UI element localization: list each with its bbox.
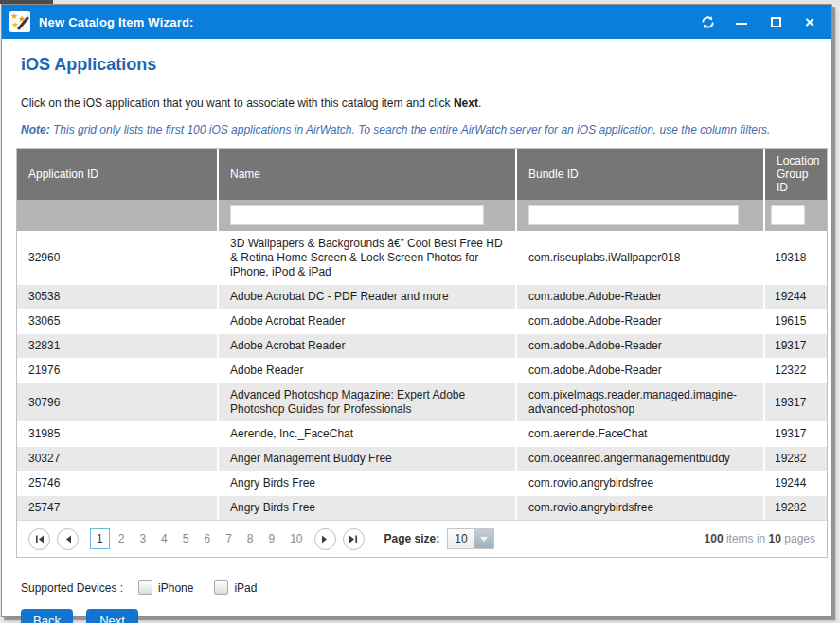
maximize-icon [771,17,781,27]
table-row[interactable]: 33065 Adobe Acrobat Reader com.adobe.Ado… [17,309,827,333]
page-number-2[interactable]: 2 [112,529,132,548]
filter-cell-application-id [17,200,219,231]
pagination-summary: 100 items in 10 pages [705,532,815,545]
close-button[interactable]: × [799,11,820,32]
instruction-next-word: Next [454,97,478,110]
cell-app-id: 21976 [28,364,207,378]
cell-bundle-id: com.aerende.FaceChat [528,427,754,441]
cell-app-id: 32831 [28,339,207,353]
page-number-3[interactable]: 3 [133,529,152,548]
column-header-bundle-id: Bundle ID [517,149,765,200]
minimize-button[interactable] [731,11,752,32]
page-number-6[interactable]: 6 [197,529,217,548]
last-page-button[interactable] [343,528,365,550]
cell-location-group-id: 19282 [775,452,817,466]
page-number-list: 1 2 3 4 5 6 7 8 9 10 [89,528,311,549]
cell-bundle-id: com.adobe.Adobe-Reader [528,314,754,329]
cell-app-id: 30327 [28,452,207,466]
table-row[interactable]: 32960 3D Wallpapers & Backgrounds â€” Co… [17,231,827,284]
cell-location-group-id: 12322 [775,364,817,378]
note-text: Note: This grid only lists the first 100… [21,123,817,136]
cell-bundle-id: com.adobe.Adobe-Reader [528,364,754,378]
page-number-4[interactable]: 4 [154,529,174,548]
cell-app-id: 31985 [28,427,207,441]
table-row[interactable]: 25747 Angry Birds Free com.rovio.angrybi… [17,495,827,520]
next-page-icon [321,535,329,543]
page-title: iOS Applications [21,55,817,75]
table-row[interactable]: 31985 Aerende, Inc._FaceChat com.aerende… [17,421,827,446]
page-number-5[interactable]: 5 [176,529,196,548]
next-button[interactable]: Next [86,609,138,623]
ipad-checkbox-label: iPad [234,581,257,595]
cell-location-group-id: 19317 [775,427,817,441]
refresh-button[interactable] [697,11,718,32]
pagination-bar: 1 2 3 4 5 6 7 8 9 10 Page size: [17,520,827,557]
column-header-location-group-id: Location Group ID [765,149,827,200]
name-filter-input[interactable] [230,205,484,225]
items-count: 100 [705,532,724,545]
page-number-7[interactable]: 7 [219,529,239,548]
bundle-id-filter-input[interactable] [528,205,739,225]
page-size-value: 10 [448,529,474,548]
cell-app-id: 25747 [28,501,207,515]
wizard-window: ★ ★ ★ New Catalog Item Wizard: × iOS App… [1,4,832,617]
last-page-icon [349,535,358,543]
chevron-down-icon [474,529,493,548]
cell-bundle-id: com.riseuplabs.iWallpaper018 [528,251,754,265]
cell-name: Aerende, Inc._FaceChat [230,427,506,441]
cell-bundle-id: com.adobe.Adobe-Reader [528,339,754,353]
cell-bundle-id: com.oceanred.angermanagementbuddy [528,452,754,466]
table-row[interactable]: 30796 Advanced Photoshop Magazine: Exper… [17,383,827,421]
column-header-name: Name [219,149,517,200]
cell-bundle-id: com.adobe.Adobe-Reader [528,290,754,304]
back-button[interactable]: Back [21,609,73,623]
grid-filter-row [17,200,827,231]
page-number-9[interactable]: 9 [262,529,282,548]
summary-text: pages [781,532,815,545]
first-page-button[interactable] [28,528,50,550]
location-group-id-filter-input[interactable] [771,205,805,225]
cell-name: Anger Management Buddy Free [230,452,506,466]
cell-location-group-id: 19282 [775,501,817,515]
applications-grid: Application ID Name Bundle ID Location G… [16,148,828,558]
ipad-checkbox[interactable] [214,580,228,595]
close-icon: × [805,14,814,30]
cell-name: Angry Birds Free [230,476,506,490]
cell-name: Angry Birds Free [230,501,506,515]
iphone-checkbox-label: iPhone [158,581,193,595]
supported-devices-row: Supported Devices : iPhone iPad [21,580,817,595]
cell-name: 3D Wallpapers & Backgrounds â€” Cool Bes… [230,237,506,279]
cell-bundle-id: com.rovio.angrybirdsfree [528,501,754,515]
window-title: New Catalog Item Wizard: [39,15,194,29]
previous-page-icon [64,535,72,543]
page-number-1[interactable]: 1 [90,528,110,549]
cell-location-group-id: 19615 [775,314,817,329]
titlebar: ★ ★ ★ New Catalog Item Wizard: × [2,5,831,39]
first-page-icon [35,535,45,543]
table-row[interactable]: 21976 Adobe Reader com.adobe.Adobe-Reade… [17,358,827,383]
page-size-label: Page size: [384,532,440,545]
cell-name: Adobe Acrobat Reader [230,314,506,329]
cell-name: Adobe Acrobat Reader [230,339,506,353]
grid-header-row: Application ID Name Bundle ID Location G… [17,149,827,200]
instruction-text: Click on the iOS application that you wa… [21,97,817,110]
table-row[interactable]: 32831 Adobe Acrobat Reader com.adobe.Ado… [17,333,827,358]
refresh-icon [701,15,715,29]
page-number-10[interactable]: 10 [283,529,309,548]
iphone-checkbox[interactable] [138,580,152,595]
supported-devices-label: Supported Devices : [21,581,123,595]
cell-location-group-id: 19317 [775,396,817,410]
table-row[interactable]: 30327 Anger Management Buddy Free com.oc… [17,446,827,471]
previous-page-button[interactable] [57,528,79,550]
page-size-dropdown[interactable]: 10 [447,528,494,549]
cell-bundle-id: com.pixelmags.reader.managed.imagine-adv… [528,388,754,417]
cell-name: Adobe Acrobat DC - PDF Reader and more [230,290,506,304]
next-page-button[interactable] [314,528,336,550]
table-row[interactable]: 25746 Angry Birds Free com.rovio.angrybi… [17,471,827,495]
note-label: Note: [21,123,50,136]
maximize-button[interactable] [765,11,786,32]
table-row[interactable]: 30538 Adobe Acrobat DC - PDF Reader and … [17,284,827,309]
cell-app-id: 30538 [28,290,207,304]
minimize-icon [736,23,747,25]
page-number-8[interactable]: 8 [241,529,260,548]
